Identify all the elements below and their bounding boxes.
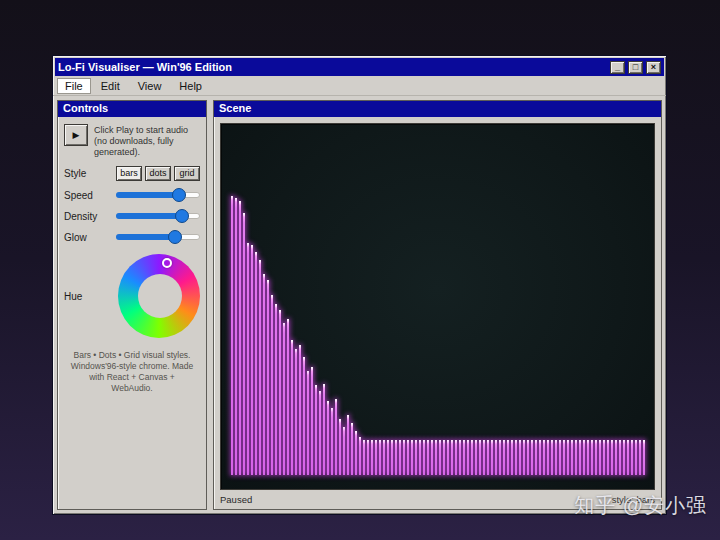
- zhihu-watermark: 知乎 @安小强: [574, 492, 707, 519]
- spectrum-bar: [487, 440, 489, 475]
- title-bar[interactable]: Lo-Fi Visualiser — Win'96 Edition _ □ ×: [55, 58, 664, 76]
- spectrum-bar: [603, 440, 605, 475]
- spectrum-bar: [415, 440, 417, 475]
- spectrum-bar: [507, 440, 509, 475]
- spectrum-bar: [471, 440, 473, 475]
- spectrum-bar: [599, 440, 601, 475]
- spectrum-bar: [431, 440, 433, 475]
- spectrum-bar: [479, 440, 481, 475]
- style-bars-button[interactable]: bars: [116, 166, 142, 181]
- spectrum-bar: [495, 440, 497, 475]
- spectrum-bar: [435, 440, 437, 475]
- visualiser-canvas[interactable]: [220, 123, 655, 490]
- spectrum-bar: [583, 440, 585, 475]
- maximize-button[interactable]: □: [628, 61, 643, 74]
- minimize-button[interactable]: _: [610, 61, 625, 74]
- window-content: Controls ▶ Click Play to start audio (no…: [53, 96, 666, 514]
- spectrum-bar: [339, 419, 341, 475]
- spectrum-bar: [515, 440, 517, 475]
- speed-label: Speed: [64, 190, 116, 201]
- spectrum-bar: [259, 260, 261, 475]
- hue-row: Hue: [64, 254, 200, 338]
- density-slider[interactable]: [116, 209, 200, 223]
- slider-thumb[interactable]: [175, 209, 189, 223]
- spectrum-bar: [383, 440, 385, 475]
- menu-edit[interactable]: Edit: [93, 78, 128, 94]
- spectrum-bar: [419, 440, 421, 475]
- spectrum-bar: [467, 440, 469, 475]
- status-playback-state: Paused: [220, 494, 612, 505]
- style-button-group: bars dots grid: [116, 166, 200, 181]
- spectrum-bar: [543, 440, 545, 475]
- spectrum-bar: [331, 408, 333, 475]
- density-label: Density: [64, 211, 116, 222]
- spectrum-bar: [459, 440, 461, 475]
- spectrum-bar: [387, 440, 389, 475]
- hue-color-wheel[interactable]: [118, 254, 200, 338]
- spectrum-bar: [627, 440, 629, 475]
- spectrum-bar: [455, 440, 457, 475]
- spectrum-bar: [475, 440, 477, 475]
- spectrum-bar: [279, 310, 281, 475]
- style-row: Style bars dots grid: [64, 166, 200, 181]
- spectrum-bar: [519, 440, 521, 475]
- spectrum-bar: [639, 440, 641, 475]
- spectrum-bar: [439, 440, 441, 475]
- spectrum-bar: [355, 431, 357, 475]
- spectrum-bar: [527, 440, 529, 475]
- menu-help[interactable]: Help: [171, 78, 210, 94]
- spectrum-bars: [231, 124, 645, 475]
- spectrum-bar: [567, 440, 569, 475]
- style-grid-button[interactable]: grid: [174, 166, 200, 181]
- slider-fill: [116, 213, 182, 219]
- spectrum-bar: [295, 349, 297, 475]
- spectrum-bar: [451, 440, 453, 475]
- play-row: ▶ Click Play to start audio (no download…: [64, 124, 200, 158]
- spectrum-bar: [559, 440, 561, 475]
- scene-panel: Scene Paused style: bars: [213, 100, 662, 510]
- spectrum-bar: [251, 245, 253, 475]
- controls-panel-title: Controls: [58, 101, 206, 117]
- menu-file[interactable]: File: [57, 78, 91, 94]
- spectrum-bar: [535, 440, 537, 475]
- play-button[interactable]: ▶: [64, 124, 88, 146]
- spectrum-bar: [483, 440, 485, 475]
- glow-slider[interactable]: [116, 230, 200, 244]
- spectrum-bar: [243, 213, 245, 475]
- spectrum-bar: [511, 440, 513, 475]
- close-button[interactable]: ×: [646, 61, 661, 74]
- spectrum-bar: [275, 304, 277, 475]
- speed-slider[interactable]: [116, 188, 200, 202]
- slider-fill: [116, 234, 175, 240]
- spectrum-bar: [323, 384, 325, 475]
- hue-selector-ring[interactable]: [162, 258, 172, 268]
- glow-label: Glow: [64, 232, 116, 243]
- spectrum-bar: [395, 440, 397, 475]
- slider-thumb[interactable]: [168, 230, 182, 244]
- spectrum-bar: [371, 440, 373, 475]
- spectrum-bar: [447, 440, 449, 475]
- menu-bar: File Edit View Help: [53, 76, 666, 96]
- spectrum-bar: [595, 440, 597, 475]
- spectrum-bar: [499, 440, 501, 475]
- spectrum-bar: [307, 371, 309, 475]
- spectrum-bar: [367, 440, 369, 475]
- spectrum-bar: [539, 440, 541, 475]
- spectrum-bar: [343, 427, 345, 475]
- spectrum-bar: [407, 440, 409, 475]
- spectrum-bar: [303, 357, 305, 475]
- menu-view[interactable]: View: [130, 78, 170, 94]
- spectrum-bar: [607, 440, 609, 475]
- slider-thumb[interactable]: [172, 188, 186, 202]
- spectrum-bar: [239, 201, 241, 475]
- spectrum-bar: [491, 440, 493, 475]
- controls-panel: Controls ▶ Click Play to start audio (no…: [57, 100, 207, 510]
- spectrum-bar: [399, 440, 401, 475]
- style-dots-button[interactable]: dots: [145, 166, 171, 181]
- play-hint-text: Click Play to start audio (no downloads,…: [94, 124, 200, 158]
- spectrum-bar: [547, 440, 549, 475]
- speed-row: Speed: [64, 188, 200, 202]
- slider-fill: [116, 192, 179, 198]
- spectrum-bar: [391, 440, 393, 475]
- spectrum-bar: [643, 440, 645, 475]
